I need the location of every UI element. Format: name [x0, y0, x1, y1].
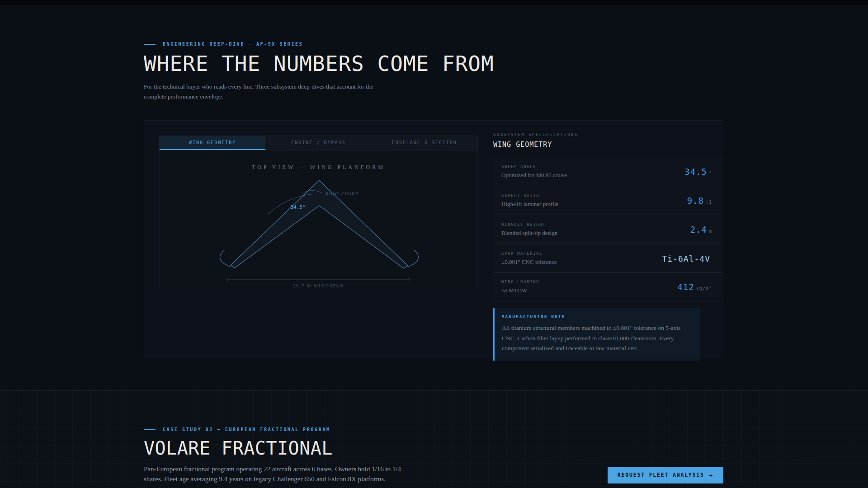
spec-row-wing-loading: WING LOADING At MTOW 412kg/m²: [493, 272, 723, 301]
sweep-angle-label: 34.5°: [290, 204, 305, 210]
wingspan-label: 28.7 M WINGSPAN: [293, 283, 344, 288]
wing-planform-diagram: TOP VIEW — WING PLANFORM 34.5° ROOT CHOR…: [159, 150, 478, 289]
spec-unit: :1: [706, 200, 712, 205]
spec-value: 34.5°: [684, 167, 712, 177]
spec-desc: High-lift laminar profile: [501, 201, 558, 208]
spec-label: SWEEP ANGLE: [501, 164, 567, 169]
spec-unit: kg/m²: [696, 286, 712, 291]
tab-fuselage-x-section[interactable]: FUSELAGE X-SECTION: [372, 136, 477, 150]
specs-eyebrow: ENGINEERING DEEP-DIVE — AF-9X SERIES: [144, 42, 723, 47]
wing-outline-shape: [231, 180, 408, 268]
spec-desc: ±0.001" CNC tolerance: [501, 258, 557, 266]
case-study-eyebrow-label: CASE STUDY 02 — EUROPEAN FRACTIONAL PROG…: [163, 427, 330, 432]
spec-unit: m: [709, 229, 712, 234]
left-winglet-shape: [220, 250, 231, 267]
spec-row-spar-material: SPAR MATERIAL ±0.001" CNC tolerance Ti-6…: [493, 244, 723, 272]
request-fleet-analysis-button[interactable]: REQUEST FLEET ANALYSIS →: [608, 467, 723, 483]
spec-panel-title: WING GEOMETRY: [493, 141, 723, 149]
subsystem-tab-bar: WING GEOMETRY ENGINE / BYPASS FUSELAGE X…: [159, 136, 478, 150]
specs-section: ENGINEERING DEEP-DIVE — AF-9X SERIES WHE…: [0, 5, 868, 390]
spec-label: WING LOADING: [501, 280, 539, 284]
case-study-eyebrow: CASE STUDY 02 — EUROPEAN FRACTIONAL PROG…: [144, 427, 415, 432]
spec-rows: SWEEP ANGLE Optimized for M0.85 cruise 3…: [493, 157, 723, 301]
wing-planform-svg: 34.5° ROOT CHORD 28.7 M WINGSPAN: [160, 150, 478, 289]
eyebrow-dash: [144, 44, 156, 45]
specs-subtitle: For the technical buyer who reads every …: [144, 82, 392, 101]
manufacturing-note: MANUFACTURING NOTE All titanium structur…: [493, 308, 700, 361]
spec-panel-kicker: SUBSYSTEM SPECIFICATIONS: [493, 132, 723, 137]
spec-row-sweep-angle: SWEEP ANGLE Optimized for M0.85 cruise 3…: [493, 157, 723, 186]
spec-label: WINGLET HEIGHT: [501, 222, 557, 227]
case-study-body: Pan-European fractional program operatin…: [144, 465, 415, 484]
spec-row-aspect-ratio: ASPECT RATIO High-lift laminar profile 9…: [493, 186, 723, 215]
spec-desc: Blended split-tip design: [501, 230, 557, 237]
right-winglet-shape: [407, 250, 418, 267]
diagram-column: WING GEOMETRY ENGINE / BYPASS FUSELAGE X…: [159, 136, 478, 358]
eyebrow-dash: [144, 429, 156, 430]
subsystem-card: WING GEOMETRY ENGINE / BYPASS FUSELAGE X…: [144, 120, 723, 358]
previous-section-edge: [0, 0, 868, 5]
spec-label: ASPECT RATIO: [501, 193, 558, 198]
cta-label: REQUEST FLEET ANALYSIS: [618, 472, 704, 478]
spec-row-winglet-height: WINGLET HEIGHT Blended split-tip design …: [493, 215, 723, 244]
tab-wing-geometry[interactable]: WING GEOMETRY: [160, 136, 265, 150]
case-study-title: VOLARE FRACTIONAL: [144, 438, 415, 459]
tab-engine-bypass[interactable]: ENGINE / BYPASS: [265, 136, 371, 150]
spec-value: 412kg/m²: [678, 282, 712, 292]
spec-panel: SUBSYSTEM SPECIFICATIONS WING GEOMETRY S…: [493, 132, 723, 358]
page-title: WHERE THE NUMBERS COME FROM: [144, 53, 723, 75]
case-study-section: CASE STUDY 02 — EUROPEAN FRACTIONAL PROG…: [0, 390, 868, 488]
spec-label: SPAR MATERIAL: [501, 251, 557, 256]
case-study-text-block: CASE STUDY 02 — EUROPEAN FRACTIONAL PROG…: [144, 427, 415, 484]
manufacturing-note-body: All titanium structural members machined…: [502, 323, 692, 353]
spec-value: Ti-6Al-4V: [662, 253, 712, 263]
arrow-right-icon: →: [709, 471, 713, 479]
specs-eyebrow-label: ENGINEERING DEEP-DIVE — AF-9X SERIES: [163, 42, 303, 47]
spec-value: 9.8:1: [687, 196, 712, 206]
spec-unit: °: [709, 171, 712, 176]
root-chord-label: ROOT CHORD: [326, 192, 359, 196]
manufacturing-note-title: MANUFACTURING NOTE: [502, 314, 692, 319]
spec-desc: Optimized for M0.85 cruise: [501, 172, 567, 179]
spec-desc: At MTOW: [501, 287, 539, 294]
spec-value: 2.4m: [690, 225, 712, 235]
